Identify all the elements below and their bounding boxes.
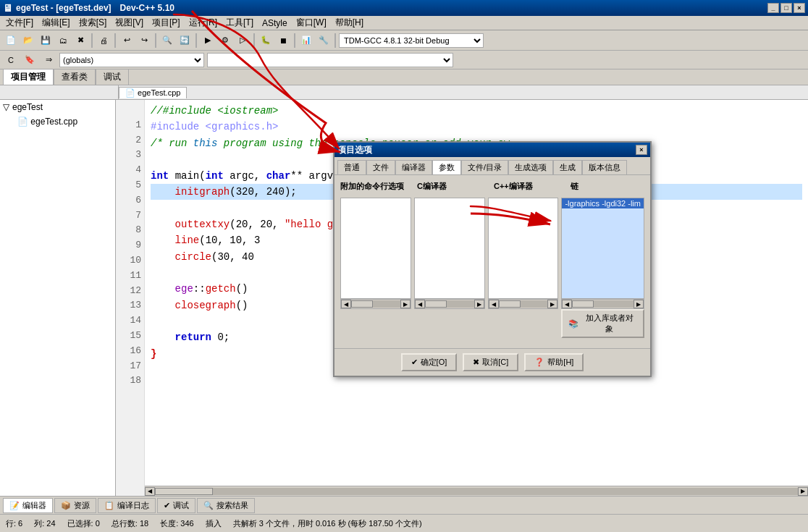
status-selected: 已选择: 0 [67, 518, 100, 529]
hscroll-thumb[interactable] [155, 488, 213, 495]
resources-icon: 📦 [61, 501, 71, 510]
cmdline-scroll-left[interactable]: ◀ [341, 300, 351, 308]
dialog-help-button[interactable]: ❓ 帮助[H] [524, 353, 584, 371]
dialog-cancel-button[interactable]: ✖ 取消[C] [463, 353, 518, 371]
hscroll-track [155, 488, 798, 495]
c-scroll-right[interactable]: ▶ [474, 300, 484, 308]
tree-root-egetest[interactable]: ▽ egeTest [0, 100, 115, 114]
bottom-tab-resources[interactable]: 📦 资源 [54, 498, 96, 513]
close-file-button[interactable]: ✖ [72, 33, 88, 48]
cpp-compiler-label: C++编译器 [494, 181, 568, 192]
globals-select[interactable]: (globals) [59, 53, 204, 67]
print-button[interactable]: 🖨 [96, 33, 111, 48]
hscroll-left-arrow[interactable]: ◀ [145, 487, 155, 496]
dialog-close-button[interactable]: × [636, 145, 647, 155]
menu-project[interactable]: 项目[P] [148, 15, 185, 30]
menu-astyle[interactable]: AStyle [258, 17, 292, 30]
compiler-select[interactable]: TDM-GCC 4.8.1 32-bit Debug [339, 33, 484, 48]
c-hscrollbar[interactable]: ◀ ▶ [414, 299, 485, 309]
linker-hscrollbar[interactable]: ◀ ▶ [561, 299, 644, 309]
class-browse-button[interactable]: C [3, 52, 19, 68]
bottom-tab-compile-log[interactable]: 📋 编译日志 [98, 498, 156, 513]
cmdline-scroll-thumb[interactable] [351, 300, 373, 308]
debug-button[interactable]: 🐛 [258, 33, 274, 48]
menu-file[interactable]: 文件[F] [1, 15, 38, 30]
run-button[interactable]: ▷ [235, 33, 251, 48]
cmdline-listbox[interactable] [340, 198, 411, 299]
replace-button[interactable]: 🔄 [177, 33, 193, 48]
undo-button[interactable]: ↩ [119, 33, 135, 48]
bottom-tab-search[interactable]: 🔍 搜索结果 [197, 498, 255, 513]
bottom-tab-editor[interactable]: 📝 编辑器 [3, 498, 53, 513]
close-button[interactable]: × [794, 3, 805, 13]
menu-search[interactable]: 搜索[S] [75, 15, 111, 30]
c-scroll-thumb[interactable] [425, 300, 447, 308]
linker-scroll-thumb[interactable] [572, 300, 594, 308]
linker-scroll-right[interactable]: ▶ [634, 300, 644, 308]
linker-listbox-item-1[interactable]: -lgraphics -lgdi32 -lim [562, 198, 644, 208]
menu-view[interactable]: 视图[V] [111, 15, 148, 30]
compile-run-button[interactable]: ▶ [200, 33, 216, 48]
compile-button[interactable]: ⚙ [217, 33, 233, 48]
menu-run[interactable]: 运行[R] [185, 15, 222, 30]
cpp-scroll-right[interactable]: ▶ [547, 300, 557, 308]
stop-button[interactable]: ⏹ [275, 33, 291, 48]
dialog-tab-build[interactable]: 生成 [553, 160, 582, 174]
tab-project-manager[interactable]: 项目管理 [3, 69, 54, 85]
menu-tools[interactable]: 工具[T] [222, 15, 258, 30]
c-compiler-listbox[interactable] [414, 198, 485, 299]
tree-child-egetest-cpp[interactable]: 📄 egeTest.cpp [0, 114, 115, 129]
open-file-button[interactable]: 📂 [20, 33, 36, 48]
cpp-hscrollbar[interactable]: ◀ ▶ [488, 299, 559, 309]
dialog-tab-version[interactable]: 版本信息 [582, 160, 627, 174]
status-length: 长度: 346 [160, 518, 193, 529]
dialog-tab-build-opts[interactable]: 生成选项 [508, 160, 553, 174]
add-lib-icon: 📚 [568, 319, 578, 329]
dialog-col-linker-content: -lgraphics -lgdi32 -lim ◀ ▶ [561, 198, 644, 338]
find-button[interactable]: 🔍 [159, 33, 175, 48]
tree-child-label: egeTest.cpp [30, 117, 77, 127]
cpp-scroll-left[interactable]: ◀ [489, 300, 499, 308]
cmdline-scroll-right[interactable]: ▶ [400, 300, 411, 308]
hscroll-right-arrow[interactable]: ▶ [798, 487, 808, 496]
save-button[interactable]: 💾 [38, 33, 54, 48]
dialog-tab-dirs[interactable]: 文件/目录 [461, 160, 508, 174]
redo-button[interactable]: ↪ [136, 33, 152, 48]
code-hscrollbar[interactable]: ◀ ▶ [145, 486, 808, 496]
bottom-tab-debug[interactable]: ✔ 调试 [157, 498, 195, 513]
toolbar-separator-2 [114, 33, 116, 48]
menu-help[interactable]: 帮助[H] [331, 15, 368, 30]
new-file-button[interactable]: 📄 [3, 33, 19, 48]
save-all-button[interactable]: 🗂 [55, 33, 71, 48]
tab-class-view[interactable]: 查看类 [54, 69, 96, 85]
project-options-button[interactable]: 📊 [298, 33, 314, 48]
dialog-tab-files[interactable]: 文件 [366, 160, 395, 174]
minimize-button[interactable]: _ [767, 3, 779, 13]
titlebar-app: Dev-C++ 5.10 [120, 3, 174, 13]
cpp-scroll-thumb[interactable] [499, 300, 521, 308]
dialog-ok-button[interactable]: ✔ 确定[O] [401, 353, 458, 371]
dialog-tab-general[interactable]: 普通 [337, 160, 366, 174]
linker-scroll-left[interactable]: ◀ [562, 300, 572, 308]
linker-listbox[interactable]: -lgraphics -lgdi32 -lim [561, 198, 644, 299]
bottom-tab-debug-label: 调试 [173, 500, 189, 511]
cmdline-hscrollbar[interactable]: ◀ ▶ [340, 299, 411, 309]
func-select[interactable] [207, 53, 453, 67]
compiler-options-button[interactable]: 🔧 [316, 33, 332, 48]
code-line-2: #include <graphics.h> [151, 119, 802, 135]
file-tab-egetest[interactable]: 📄 egeTest.cpp [119, 87, 187, 98]
dialog-tab-params[interactable]: 参数 [432, 160, 461, 174]
add-lib-button[interactable]: 📚 加入库或者对象 [561, 309, 644, 338]
menu-edit[interactable]: 编辑[E] [38, 15, 75, 30]
dialog-col-cmdline: 附加的命令行选项 [340, 181, 414, 193]
jump-button[interactable]: ⇒ [41, 52, 56, 68]
toolbar1: 📄 📂 💾 🗂 ✖ 🖨 ↩ ↪ 🔍 🔄 ▶ ⚙ ▷ 🐛 ⏹ 📊 🔧 TDM-GC… [0, 30, 808, 51]
maximize-button[interactable]: □ [780, 3, 792, 13]
project-options-dialog[interactable]: 项目选项 × 普通 文件 编译器 参数 文件/目录 生成选项 生成 版本信息 附… [333, 141, 652, 377]
c-scroll-left[interactable]: ◀ [415, 300, 425, 308]
bookmark-button[interactable]: 🔖 [22, 52, 38, 68]
cpp-compiler-listbox[interactable] [488, 198, 559, 299]
tab-debug[interactable]: 调试 [96, 69, 129, 85]
menu-window[interactable]: 窗口[W] [292, 15, 331, 30]
dialog-tab-compiler[interactable]: 编译器 [395, 160, 432, 174]
